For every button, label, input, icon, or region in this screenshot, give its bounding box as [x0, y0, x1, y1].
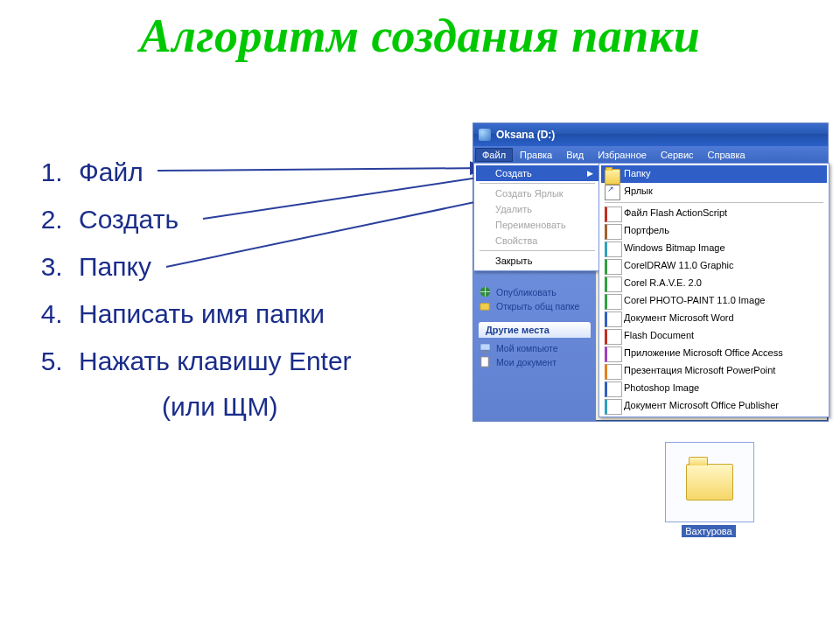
steps-list: Файл Создать Папку Написать имя папки На… — [39, 149, 352, 430]
submenu-folder-label: Папку — [624, 168, 650, 178]
menu-create-label: Создать — [495, 168, 532, 178]
folder-icon-box — [665, 442, 754, 522]
menu-create-shortcut: Создать Ярлык — [476, 186, 598, 201]
task-share[interactable]: Открыть общ папке — [479, 299, 591, 313]
svg-rect-1 — [480, 304, 489, 311]
new-folder-name[interactable]: Вахтурова — [682, 525, 735, 537]
place-my-computer-label: Мой компьюте — [496, 343, 558, 354]
coreldraw-icon — [605, 259, 622, 275]
bitmap-icon — [605, 242, 622, 257]
flash-as-icon — [605, 206, 622, 222]
shortcut-icon — [605, 185, 620, 200]
share-folder-icon — [479, 299, 492, 312]
menubar: Файл Правка Вид Избранное Сервис Справка — [473, 146, 828, 163]
briefcase-icon — [605, 224, 622, 240]
flash-doc-icon — [605, 329, 622, 345]
submenu-bitmap[interactable]: Windows Bitmap Image — [601, 240, 827, 257]
submenu-publisher[interactable]: Документ Microsoft Office Publisher — [601, 397, 827, 415]
menu-create[interactable]: Создать ▶ — [476, 165, 598, 181]
step-3: Папку — [70, 243, 352, 290]
computer-icon — [479, 341, 492, 354]
explorer-window: Oksana (D:) Файл Правка Вид Избранное Се… — [472, 122, 829, 422]
access-icon — [605, 346, 622, 362]
submenu-arrow-icon: ▶ — [587, 169, 593, 178]
disk-icon — [479, 129, 491, 141]
place-my-documents-label: Мои документ — [496, 357, 556, 368]
svg-rect-4 — [481, 357, 488, 367]
menu-edit[interactable]: Правка — [513, 148, 559, 162]
menu-file[interactable]: Файл — [475, 148, 513, 162]
window-titlebar[interactable]: Oksana (D:) — [473, 123, 828, 146]
step-1: Файл — [70, 149, 352, 196]
submenu-item-label: Презентация Microsoft PowerPoint — [624, 365, 775, 375]
place-my-documents[interactable]: Мои документ — [479, 355, 591, 369]
new-folder-preview: Вахтурова — [665, 442, 752, 538]
submenu-folder[interactable]: Папку — [601, 165, 827, 183]
submenu-shortcut-label: Ярлык — [624, 186, 653, 196]
word-icon — [605, 312, 622, 327]
publisher-icon — [605, 399, 622, 415]
task-publish[interactable]: Опубликовать — [479, 285, 591, 299]
window-title-text: Oksana (D:) — [496, 129, 555, 141]
submenu-coreldraw[interactable]: CorelDRAW 11.0 Graphic — [601, 257, 827, 275]
submenu-powerpoint[interactable]: Презентация Microsoft PowerPoint — [601, 362, 827, 380]
submenu-item-label: Windows Bitmap Image — [624, 242, 725, 253]
submenu-item-label: Corel R.A.V.E. 2.0 — [624, 277, 702, 288]
submenu-word[interactable]: Документ Microsoft Word — [601, 310, 827, 327]
submenu-item-label: Файл Flash ActionScript — [624, 207, 727, 218]
menu-rename: Переименовать — [476, 217, 598, 233]
submenu-shortcut[interactable]: Ярлык — [601, 183, 827, 200]
rave-icon — [605, 276, 622, 292]
svg-rect-3 — [483, 351, 488, 353]
menu-help[interactable]: Справка — [701, 148, 752, 162]
submenu-item-label: Flash Document — [624, 330, 694, 340]
powerpoint-icon — [605, 364, 622, 380]
create-submenu: Папку Ярлык Файл Flash ActionScript Порт… — [598, 163, 830, 417]
folder-icon — [686, 464, 733, 500]
submenu-item-label: Corel PHOTO-PAINT 11.0 Image — [624, 295, 765, 305]
task-publish-label: Опубликовать — [496, 287, 556, 298]
submenu-briefcase[interactable]: Портфель — [601, 222, 827, 240]
submenu-item-label: CorelDRAW 11.0 Graphic — [624, 260, 734, 270]
photoshop-icon — [605, 382, 622, 397]
menu-tools[interactable]: Сервис — [654, 148, 701, 162]
submenu-photopaint[interactable]: Corel PHOTO-PAINT 11.0 Image — [601, 292, 827, 310]
menu-view[interactable]: Вид — [559, 148, 591, 162]
submenu-item-label: Портфель — [624, 225, 669, 235]
step-4: Написать имя папки — [70, 290, 352, 338]
step-5-tail: (или ЩМ) — [162, 383, 352, 430]
globe-icon — [479, 285, 492, 298]
documents-icon — [479, 355, 492, 368]
file-menu-dropdown: Создать ▶ Создать Ярлык Удалить Переимен… — [473, 163, 601, 271]
menu-close[interactable]: Закрыть — [476, 253, 598, 269]
task-share-label: Открыть общ папке — [496, 301, 579, 312]
other-places-header[interactable]: Другие места — [479, 322, 591, 338]
submenu-rave[interactable]: Corel R.A.V.E. 2.0 — [601, 275, 827, 292]
menu-delete: Удалить — [476, 201, 598, 217]
submenu-photoshop[interactable]: Photoshop Image — [601, 380, 827, 397]
submenu-item-label: Приложение Microsoft Office Access — [624, 347, 783, 358]
svg-rect-2 — [480, 344, 490, 351]
submenu-flash-as[interactable]: Файл Flash ActionScript — [601, 205, 827, 222]
slide-title: Алгоритм создания папки — [0, 9, 840, 63]
submenu-access[interactable]: Приложение Microsoft Office Access — [601, 345, 827, 362]
step-5: Нажать клавишу Enter (или ЩМ) — [70, 338, 352, 430]
submenu-item-label: Photoshop Image — [624, 382, 699, 393]
submenu-flash-doc[interactable]: Flash Document — [601, 327, 827, 345]
photopaint-icon — [605, 294, 622, 310]
step-2: Создать — [70, 196, 352, 243]
submenu-item-label: Документ Microsoft Word — [624, 312, 734, 323]
menu-properties: Свойства — [476, 233, 598, 248]
place-my-computer[interactable]: Мой компьюте — [479, 341, 591, 355]
menu-favorites[interactable]: Избранное — [591, 148, 654, 162]
step-5-text: Нажать клавишу Enter — [79, 346, 352, 375]
submenu-item-label: Документ Microsoft Office Publisher — [624, 400, 779, 410]
